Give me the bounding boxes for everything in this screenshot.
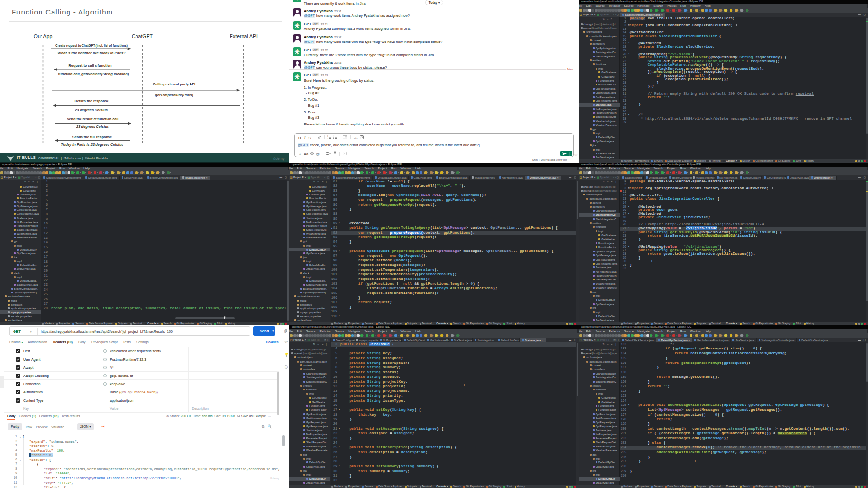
svg-text:1: 1 bbox=[327, 135, 328, 137]
svg-text:2: 2 bbox=[327, 138, 328, 139]
